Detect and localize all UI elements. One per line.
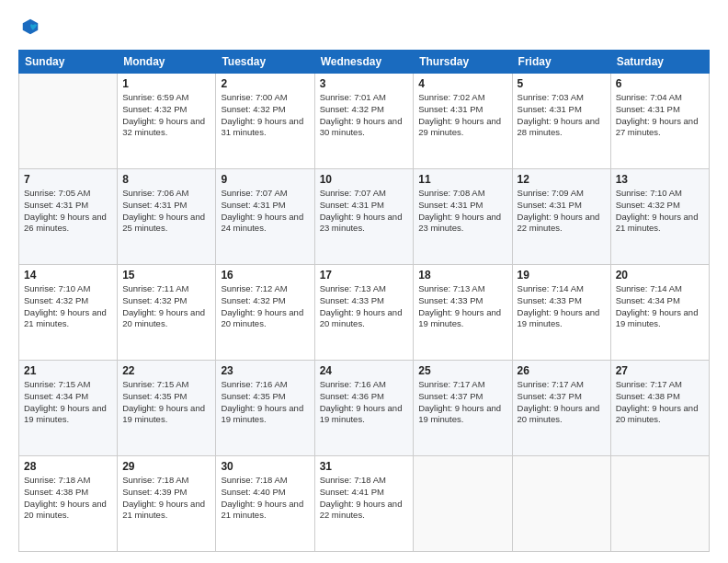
calendar-cell: 24Sunrise: 7:16 AMSunset: 4:36 PMDayligh… xyxy=(314,361,414,456)
day-number: 23 xyxy=(221,364,309,377)
day-number: 29 xyxy=(122,460,210,473)
day-number: 20 xyxy=(616,269,704,282)
day-number: 8 xyxy=(122,173,210,186)
day-number: 1 xyxy=(122,77,210,90)
weekday-header-tuesday: Tuesday xyxy=(216,51,314,74)
cell-info: Sunrise: 7:13 AMSunset: 4:33 PMDaylight:… xyxy=(418,283,501,328)
day-number: 28 xyxy=(24,460,112,473)
day-number: 27 xyxy=(616,364,704,377)
day-number: 3 xyxy=(320,77,409,90)
cell-info: Sunrise: 7:04 AMSunset: 4:31 PMDaylight:… xyxy=(616,92,699,137)
weekday-header-thursday: Thursday xyxy=(414,51,512,74)
calendar-cell: 31Sunrise: 7:18 AMSunset: 4:41 PMDayligh… xyxy=(314,456,414,552)
cell-info: Sunrise: 7:11 AMSunset: 4:32 PMDaylight:… xyxy=(122,283,205,328)
calendar-cell: 25Sunrise: 7:17 AMSunset: 4:37 PMDayligh… xyxy=(414,361,512,456)
calendar-week-2: 14Sunrise: 7:10 AMSunset: 4:32 PMDayligh… xyxy=(19,265,710,361)
cell-info: Sunrise: 7:01 AMSunset: 4:32 PMDaylight:… xyxy=(320,92,403,137)
day-number: 31 xyxy=(320,460,409,473)
cell-info: Sunrise: 7:18 AMSunset: 4:38 PMDaylight:… xyxy=(24,475,107,520)
calendar-cell: 10Sunrise: 7:07 AMSunset: 4:31 PMDayligh… xyxy=(314,169,414,265)
calendar-cell: 8Sunrise: 7:06 AMSunset: 4:31 PMDaylight… xyxy=(118,169,216,265)
calendar-header-row: SundayMondayTuesdayWednesdayThursdayFrid… xyxy=(19,51,710,74)
day-number: 5 xyxy=(518,77,606,90)
calendar-cell xyxy=(19,74,118,169)
calendar-cell: 11Sunrise: 7:08 AMSunset: 4:31 PMDayligh… xyxy=(414,169,512,265)
cell-info: Sunrise: 7:07 AMSunset: 4:31 PMDaylight:… xyxy=(320,188,403,233)
cell-info: Sunrise: 7:07 AMSunset: 4:31 PMDaylight:… xyxy=(221,188,303,233)
day-number: 21 xyxy=(24,364,112,377)
day-number: 4 xyxy=(418,77,506,90)
day-number: 14 xyxy=(24,269,112,282)
day-number: 6 xyxy=(616,77,704,90)
calendar-cell: 23Sunrise: 7:16 AMSunset: 4:35 PMDayligh… xyxy=(216,361,314,456)
cell-info: Sunrise: 7:03 AMSunset: 4:31 PMDaylight:… xyxy=(518,92,600,137)
calendar-cell: 5Sunrise: 7:03 AMSunset: 4:31 PMDaylight… xyxy=(512,74,610,169)
cell-info: Sunrise: 7:15 AMSunset: 4:34 PMDaylight:… xyxy=(24,379,107,424)
page: SundayMondayTuesdayWednesdayThursdayFrid… xyxy=(0,0,728,563)
calendar-cell: 17Sunrise: 7:13 AMSunset: 4:33 PMDayligh… xyxy=(314,265,414,361)
day-number: 18 xyxy=(418,269,506,282)
day-number: 15 xyxy=(122,269,210,282)
calendar-week-4: 28Sunrise: 7:18 AMSunset: 4:38 PMDayligh… xyxy=(19,456,710,552)
calendar-cell: 29Sunrise: 7:18 AMSunset: 4:39 PMDayligh… xyxy=(118,456,216,552)
calendar-cell: 27Sunrise: 7:17 AMSunset: 4:38 PMDayligh… xyxy=(610,361,709,456)
calendar-cell: 1Sunrise: 6:59 AMSunset: 4:32 PMDaylight… xyxy=(118,74,216,169)
cell-info: Sunrise: 7:18 AMSunset: 4:41 PMDaylight:… xyxy=(320,475,403,520)
cell-info: Sunrise: 7:02 AMSunset: 4:31 PMDaylight:… xyxy=(418,92,501,137)
cell-info: Sunrise: 7:16 AMSunset: 4:36 PMDaylight:… xyxy=(320,379,403,424)
calendar-table: SundayMondayTuesdayWednesdayThursdayFrid… xyxy=(18,50,710,552)
calendar-cell: 19Sunrise: 7:14 AMSunset: 4:33 PMDayligh… xyxy=(512,265,610,361)
cell-info: Sunrise: 7:16 AMSunset: 4:35 PMDaylight:… xyxy=(221,379,303,424)
calendar-cell: 12Sunrise: 7:09 AMSunset: 4:31 PMDayligh… xyxy=(512,169,610,265)
calendar-cell: 3Sunrise: 7:01 AMSunset: 4:32 PMDaylight… xyxy=(314,74,414,169)
day-number: 25 xyxy=(418,364,506,377)
logo-icon xyxy=(20,17,40,40)
day-number: 11 xyxy=(418,173,506,186)
cell-info: Sunrise: 7:00 AMSunset: 4:32 PMDaylight:… xyxy=(221,92,303,137)
calendar-cell: 9Sunrise: 7:07 AMSunset: 4:31 PMDaylight… xyxy=(216,169,314,265)
cell-info: Sunrise: 6:59 AMSunset: 4:32 PMDaylight:… xyxy=(122,92,205,137)
day-number: 19 xyxy=(518,269,606,282)
calendar-cell: 18Sunrise: 7:13 AMSunset: 4:33 PMDayligh… xyxy=(414,265,512,361)
calendar-cell: 22Sunrise: 7:15 AMSunset: 4:35 PMDayligh… xyxy=(118,361,216,456)
calendar-cell: 14Sunrise: 7:10 AMSunset: 4:32 PMDayligh… xyxy=(19,265,118,361)
weekday-header-monday: Monday xyxy=(118,51,216,74)
calendar-cell xyxy=(512,456,610,552)
cell-info: Sunrise: 7:13 AMSunset: 4:33 PMDaylight:… xyxy=(320,283,403,328)
weekday-header-wednesday: Wednesday xyxy=(314,51,414,74)
day-number: 30 xyxy=(221,460,309,473)
calendar-cell xyxy=(610,456,709,552)
logo xyxy=(18,17,40,40)
calendar-week-0: 1Sunrise: 6:59 AMSunset: 4:32 PMDaylight… xyxy=(19,74,710,169)
day-number: 7 xyxy=(24,173,112,186)
day-number: 16 xyxy=(221,269,309,282)
cell-info: Sunrise: 7:18 AMSunset: 4:39 PMDaylight:… xyxy=(122,475,205,520)
cell-info: Sunrise: 7:06 AMSunset: 4:31 PMDaylight:… xyxy=(122,188,205,233)
weekday-header-sunday: Sunday xyxy=(19,51,118,74)
cell-info: Sunrise: 7:10 AMSunset: 4:32 PMDaylight:… xyxy=(24,283,107,328)
calendar-cell: 4Sunrise: 7:02 AMSunset: 4:31 PMDaylight… xyxy=(414,74,512,169)
weekday-header-friday: Friday xyxy=(512,51,610,74)
calendar-cell: 16Sunrise: 7:12 AMSunset: 4:32 PMDayligh… xyxy=(216,265,314,361)
calendar-week-3: 21Sunrise: 7:15 AMSunset: 4:34 PMDayligh… xyxy=(19,361,710,456)
cell-info: Sunrise: 7:08 AMSunset: 4:31 PMDaylight:… xyxy=(418,188,501,233)
day-number: 10 xyxy=(320,173,409,186)
day-number: 17 xyxy=(320,269,409,282)
day-number: 12 xyxy=(518,173,606,186)
cell-info: Sunrise: 7:05 AMSunset: 4:31 PMDaylight:… xyxy=(24,188,107,233)
calendar-cell: 13Sunrise: 7:10 AMSunset: 4:32 PMDayligh… xyxy=(610,169,709,265)
calendar-cell: 30Sunrise: 7:18 AMSunset: 4:40 PMDayligh… xyxy=(216,456,314,552)
cell-info: Sunrise: 7:09 AMSunset: 4:31 PMDaylight:… xyxy=(518,188,600,233)
calendar-cell: 7Sunrise: 7:05 AMSunset: 4:31 PMDaylight… xyxy=(19,169,118,265)
day-number: 26 xyxy=(518,364,606,377)
day-number: 24 xyxy=(320,364,409,377)
day-number: 2 xyxy=(221,77,309,90)
header xyxy=(18,17,710,40)
cell-info: Sunrise: 7:10 AMSunset: 4:32 PMDaylight:… xyxy=(616,188,699,233)
calendar-cell: 28Sunrise: 7:18 AMSunset: 4:38 PMDayligh… xyxy=(19,456,118,552)
cell-info: Sunrise: 7:12 AMSunset: 4:32 PMDaylight:… xyxy=(221,283,303,328)
weekday-header-saturday: Saturday xyxy=(610,51,709,74)
day-number: 13 xyxy=(616,173,704,186)
cell-info: Sunrise: 7:15 AMSunset: 4:35 PMDaylight:… xyxy=(122,379,205,424)
cell-info: Sunrise: 7:14 AMSunset: 4:34 PMDaylight:… xyxy=(616,283,699,328)
